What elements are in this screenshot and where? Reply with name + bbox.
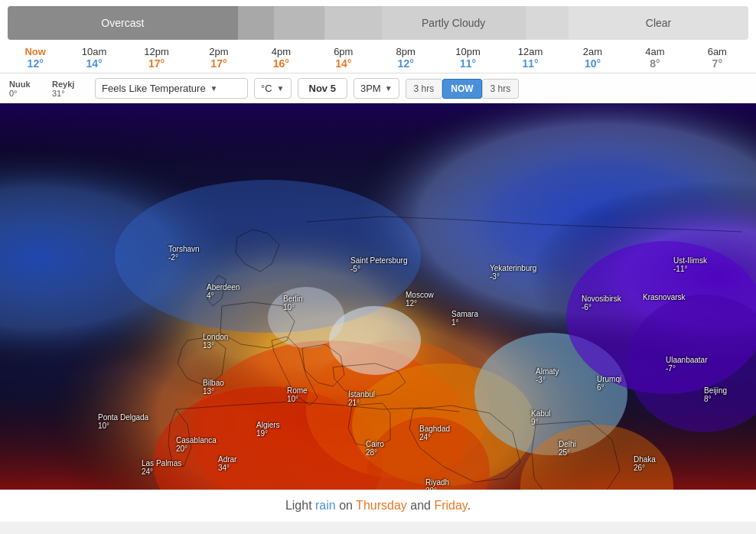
map-location-reykj: Reykj 31° xyxy=(52,80,83,98)
temp-label: 11° xyxy=(460,57,476,70)
svg-point-18 xyxy=(268,287,344,348)
temp-label: 14° xyxy=(86,57,103,70)
time-item-12pm: 12pm17° xyxy=(125,43,187,70)
time-item-10am: 10am14° xyxy=(63,43,125,70)
condition-partly-cloudy: Partly Cloudy xyxy=(382,6,526,40)
condition-overcast: Overcast xyxy=(8,6,238,40)
map-controls: Nuuk 0° Reykj 31° Feels Like Temperature… xyxy=(0,73,756,103)
temp-label: 12° xyxy=(28,57,44,70)
condition-clear: Clear xyxy=(569,6,748,40)
time-now-button[interactable]: NOW xyxy=(442,79,481,99)
time-label: 4am xyxy=(645,46,664,57)
map-location-nuuk: Nuuk 0° xyxy=(9,80,40,98)
time-item-8pm: 8pm12° xyxy=(374,43,436,70)
time-dropdown-arrow: ▼ xyxy=(385,84,393,93)
time-label: 10am xyxy=(82,46,107,57)
temp-label: 10° xyxy=(585,57,601,70)
weather-map[interactable]: Torshavn-2°Aberdeen4°London13°Bilbao13°P… xyxy=(0,103,756,490)
condition-mid2 xyxy=(274,6,324,40)
temperature-map-svg xyxy=(0,103,756,490)
time-item-2am: 2am10° xyxy=(562,43,624,70)
temp-label: 16° xyxy=(273,57,289,70)
time-row: Now12°10am14°12pm17°2pm17°4pm16°6pm14°8p… xyxy=(8,40,748,73)
time-item-4pm: 4pm16° xyxy=(250,43,312,70)
time-label: 12am xyxy=(518,46,543,57)
layer-dropdown[interactable]: Feels Like Temperature ▼ xyxy=(95,78,248,99)
unit-dropdown[interactable]: °C ▼ xyxy=(254,78,292,99)
time-item-6am: 6am7° xyxy=(686,43,748,70)
condition-mid1 xyxy=(238,6,274,40)
time-item-now: Now12° xyxy=(8,43,63,70)
temp-label: 14° xyxy=(335,57,351,70)
time-label: 10pm xyxy=(455,46,481,57)
time-selector[interactable]: 3PM ▼ xyxy=(354,78,399,99)
temp-label: 11° xyxy=(522,57,538,70)
temp-label: 17° xyxy=(210,57,226,70)
temp-label: 12° xyxy=(398,57,414,70)
bottom-bar: Light rain on Thursday and Friday. xyxy=(0,490,756,522)
condition-mid4 xyxy=(526,6,569,40)
temp-label: 8° xyxy=(650,57,660,70)
weather-bar: Overcast Partly Cloudy Clear Now12°10am1… xyxy=(0,0,756,73)
time-label: Now xyxy=(24,46,45,57)
unit-dropdown-arrow: ▼ xyxy=(277,84,285,93)
time-label: 6am xyxy=(708,46,727,57)
time-item-10pm: 10pm11° xyxy=(437,43,499,70)
condition-bar: Overcast Partly Cloudy Clear xyxy=(8,6,748,40)
time-label: 4pm xyxy=(272,46,291,57)
temp-label: 7° xyxy=(712,57,722,70)
temp-label: 17° xyxy=(148,57,165,70)
time-label: 6pm xyxy=(334,46,353,57)
time-nav: 3 hrs NOW 3 hrs xyxy=(406,79,520,99)
condition-mid3 xyxy=(324,6,382,40)
time-label: 8pm xyxy=(396,46,415,57)
date-selector[interactable]: Nov 5 xyxy=(298,78,347,99)
time-back-button[interactable]: 3 hrs xyxy=(406,79,443,99)
layer-dropdown-arrow: ▼ xyxy=(210,84,218,93)
time-item-2pm: 2pm17° xyxy=(187,43,249,70)
time-label: 2pm xyxy=(209,46,228,57)
time-label: 2am xyxy=(583,46,602,57)
time-item-12am: 12am11° xyxy=(499,43,561,70)
time-fwd-button[interactable]: 3 hrs xyxy=(482,79,520,99)
time-label: 12pm xyxy=(144,46,169,57)
time-item-6pm: 6pm14° xyxy=(312,43,374,70)
time-item-4am: 4am8° xyxy=(624,43,686,70)
